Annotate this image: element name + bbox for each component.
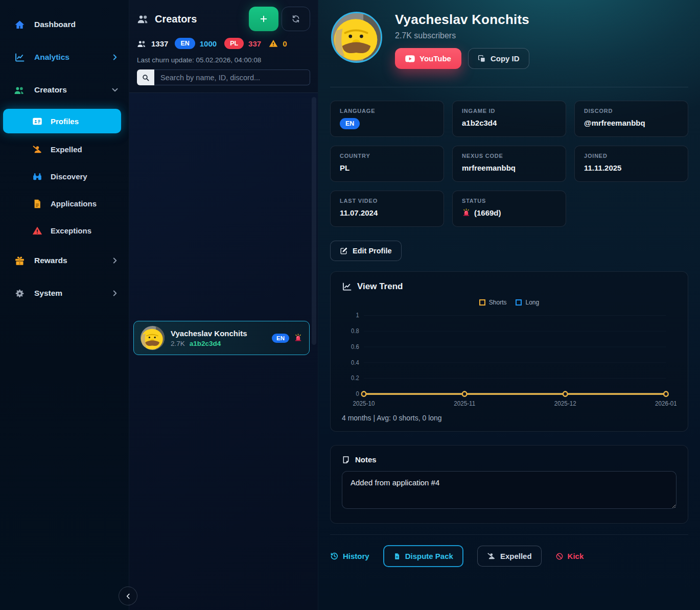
copy-id-button[interactable]: Copy ID [468, 48, 529, 69]
language-badge: EN [272, 334, 289, 343]
joined-value: 11.11.2025 [584, 163, 679, 172]
sidebar-item-label: Analytics [34, 53, 101, 62]
sidebar-item-exceptions[interactable]: Exceptions [0, 217, 129, 244]
dispute-pack-button-label: Dispute Pack [405, 552, 453, 560]
chevron-down-icon [110, 85, 120, 95]
app-root: Dashboard Analytics Creators Profi [0, 0, 700, 610]
warning-triangle-icon [32, 226, 42, 236]
sidebar-item-label: Creators [34, 85, 101, 95]
info-card-joined: JOINED 11.11.2025 [574, 146, 688, 182]
edit-profile-button[interactable]: Edit Profile [330, 241, 402, 261]
list-scrollbar-thumb[interactable] [312, 97, 316, 345]
kick-button[interactable]: Kick [555, 552, 584, 560]
profile-panel: Vyacheslav Konchits 2.7K subscribers You… [318, 0, 700, 610]
sidebar-item-dashboard[interactable]: Dashboard [0, 8, 129, 41]
info-card-discord: DISCORD @mrfreemanbbq [574, 101, 688, 137]
creators-panel-header: Creators 1337 EN 1000 PL 337 0 Last ch [129, 0, 318, 92]
svg-text:0.4: 0.4 [351, 359, 359, 366]
chevron-left-icon [125, 593, 132, 600]
legend-item-long[interactable]: Long [516, 299, 539, 306]
id-card-icon [32, 116, 42, 126]
info-label: JOINED [584, 153, 679, 159]
svg-text:2025-10: 2025-10 [353, 400, 375, 407]
info-card-country: COUNTRY PL [330, 146, 444, 182]
chevron-right-icon [110, 53, 120, 62]
ingame-id-value: a1b2c3d4 [462, 119, 556, 127]
sidebar-item-creators[interactable]: Creators [0, 74, 129, 106]
edit-pencil-icon [340, 247, 348, 255]
creators-list: Vyacheslav Konchits 2.7K a1b2c3d4 EN [129, 92, 318, 610]
sidebar-item-analytics[interactable]: Analytics [0, 41, 129, 74]
sidebar-item-expelled[interactable]: Expelled [0, 136, 129, 163]
creator-avatar [141, 326, 165, 350]
info-label: DISCORD [584, 108, 679, 114]
profile-name: Vyacheslav Konchits [395, 12, 529, 28]
expelled-button[interactable]: Expelled [477, 546, 542, 567]
users-icon [14, 84, 25, 96]
home-icon [14, 19, 25, 30]
trend-summary: 4 months | Avg: 0 shorts, 0 long [342, 414, 676, 422]
sidebar-item-discovery[interactable]: Discovery [0, 163, 129, 190]
kick-button-label: Kick [568, 552, 584, 560]
sidebar-item-system[interactable]: System [0, 277, 129, 310]
svg-text:2025-12: 2025-12 [554, 400, 576, 407]
info-card-nexus-code: NEXUS CODE mrfreemanbbq [452, 146, 566, 182]
refresh-icon [291, 14, 300, 24]
nexus-code-value: mrfreemanbbq [462, 163, 556, 172]
info-label: LANGUAGE [340, 108, 434, 114]
creator-subscribers: 2.7K [171, 340, 185, 347]
creator-list-item[interactable]: Vyacheslav Konchits 2.7K a1b2c3d4 EN [133, 321, 310, 355]
info-card-status: STATUS (1669d) [452, 191, 566, 227]
refresh-button[interactable] [282, 7, 310, 31]
sidebar-item-label: Rewards [34, 256, 101, 265]
add-creator-button[interactable] [249, 7, 278, 31]
binoculars-icon [32, 172, 42, 182]
sidebar-item-label: Profiles [51, 117, 79, 126]
dispute-pack-button[interactable]: Dispute Pack [383, 545, 463, 567]
status-value: (1669d) [474, 208, 501, 217]
chevron-right-icon [110, 289, 120, 298]
sidebar-item-rewards[interactable]: Rewards [0, 244, 129, 277]
gift-icon [14, 255, 25, 266]
legend-item-shorts[interactable]: Shorts [479, 299, 507, 306]
info-card-ingame-id: INGAME ID a1b2c3d4 [452, 101, 566, 137]
users-icon [137, 13, 149, 25]
sidebar-item-profiles[interactable]: Profiles [3, 109, 121, 133]
note-icon [342, 456, 350, 464]
svg-text:0.8: 0.8 [351, 327, 359, 335]
notes-textarea[interactable]: Added from application #4 [342, 471, 676, 509]
file-icon [393, 552, 401, 560]
en-badge: EN [175, 38, 195, 49]
edit-profile-button-label: Edit Profile [353, 247, 392, 255]
info-card-last-video: LAST VIDEO 11.07.2024 [330, 191, 444, 227]
search-input[interactable] [154, 69, 310, 85]
sidebar-item-label: Expelled [51, 145, 82, 154]
sidebar: Dashboard Analytics Creators Profi [0, 0, 129, 610]
country-value: PL [340, 163, 434, 172]
view-trend-card: View Trend Shorts Long 10.80.60.40.20202… [330, 271, 688, 432]
legend-label: Long [525, 299, 539, 306]
pl-badge: PL [224, 38, 244, 49]
creator-name: Vyacheslav Konchits [171, 329, 266, 338]
history-icon [330, 552, 339, 560]
copy-icon [478, 55, 486, 63]
user-slash-icon [487, 552, 496, 560]
chart-line-icon [342, 281, 352, 292]
legend-swatch-long [516, 299, 522, 306]
svg-text:1: 1 [356, 312, 359, 319]
en-count: 1000 [200, 39, 217, 48]
sidebar-collapse-button[interactable] [119, 586, 137, 605]
plus-icon [259, 14, 268, 24]
file-icon [32, 199, 42, 209]
last-churn-update: Last churn update: 05.02.2026, 04:00:08 [137, 56, 310, 64]
info-card-language: LANGUAGE EN [330, 101, 444, 137]
youtube-button[interactable]: YouTube [395, 48, 461, 69]
history-button[interactable]: History [330, 552, 369, 560]
history-button-label: History [343, 552, 369, 560]
notes-title: Notes [355, 455, 377, 464]
ban-icon [555, 552, 564, 560]
siren-icon [462, 208, 471, 217]
svg-text:0.2: 0.2 [351, 374, 359, 382]
creators-panel-title: Creators [155, 13, 197, 25]
sidebar-item-applications[interactable]: Applications [0, 190, 129, 217]
